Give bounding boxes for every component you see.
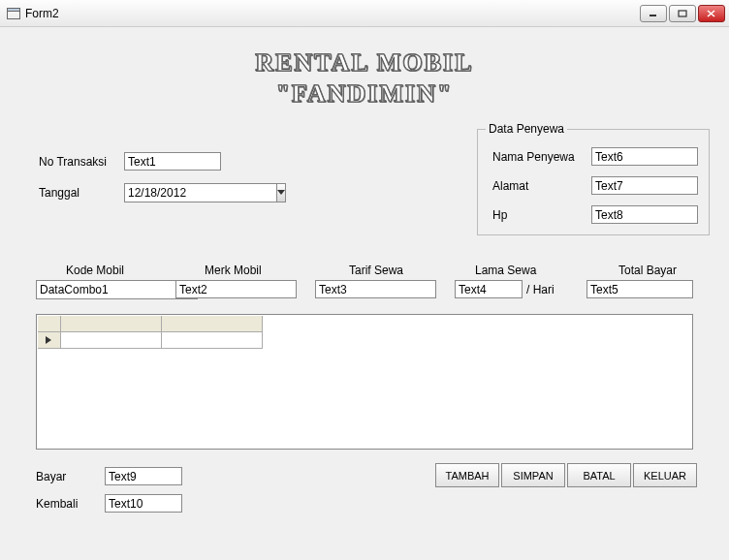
grid-cell[interactable] [162, 332, 263, 349]
tarif-sewa-field[interactable] [315, 280, 436, 298]
tanggal-datepicker[interactable] [124, 183, 221, 202]
svg-rect-1 [8, 8, 20, 11]
window-close-button[interactable] [698, 5, 725, 22]
grid-header-2[interactable] [162, 316, 263, 332]
kode-mobil-input[interactable] [36, 280, 188, 299]
alamat-field[interactable] [591, 176, 698, 195]
label-bayar: Bayar [36, 470, 66, 483]
grid-cell[interactable] [61, 332, 162, 349]
merk-mobil-field[interactable] [175, 280, 297, 298]
total-bayar-field[interactable] [586, 280, 693, 298]
label-kode-mobil: Kode Mobil [66, 264, 124, 277]
window-maximize-button[interactable] [669, 5, 696, 22]
label-no-transaksi: No Transaksi [39, 155, 107, 169]
svg-marker-8 [46, 336, 51, 344]
label-per-hari: / Hari [526, 283, 555, 296]
batal-button[interactable]: BATAL [567, 463, 631, 487]
grid-row-indicator [38, 332, 61, 349]
kode-mobil-combo[interactable] [36, 280, 157, 299]
heading-line2: "FANDIMIN" [0, 79, 729, 109]
window-titlebar: Form2 [0, 0, 729, 27]
label-nama-penyewa: Nama Penyewa [492, 150, 575, 164]
no-transaksi-field[interactable] [124, 152, 221, 171]
label-merk-mobil: Merk Mobil [205, 264, 262, 277]
tanggal-dropdown-button[interactable] [276, 183, 286, 202]
label-tarif-sewa: Tarif Sewa [349, 264, 403, 277]
form-body: RENTAL MOBIL "FANDIMIN" No Transaksi Tan… [0, 27, 729, 560]
grid-header-1[interactable] [61, 316, 162, 332]
label-tanggal: Tanggal [39, 186, 79, 200]
label-kembali: Kembali [36, 497, 78, 511]
window-minimize-button[interactable] [640, 5, 667, 22]
keluar-button[interactable]: KELUAR [633, 463, 697, 487]
label-lama-sewa: Lama Sewa [475, 264, 536, 277]
bayar-field[interactable] [105, 467, 182, 485]
grid-corner [38, 316, 61, 332]
simpan-button[interactable]: SIMPAN [501, 463, 565, 487]
lama-sewa-field[interactable] [455, 280, 523, 298]
label-total-bayar: Total Bayar [618, 264, 677, 277]
tambah-button[interactable]: TAMBAH [435, 463, 499, 487]
group-title-data-penyewa: Data Penyewa [486, 122, 567, 136]
hp-field[interactable] [591, 205, 698, 224]
heading-line1: RENTAL MOBIL [0, 48, 729, 78]
data-grid[interactable] [36, 314, 693, 450]
label-hp: Hp [492, 208, 507, 222]
svg-line-5 [708, 11, 714, 16]
nama-penyewa-field[interactable] [591, 147, 698, 166]
svg-line-4 [708, 11, 714, 16]
tanggal-input[interactable] [124, 183, 276, 202]
window-title: Form2 [25, 7, 640, 20]
form-icon [6, 6, 21, 21]
kembali-field[interactable] [105, 494, 182, 513]
label-alamat: Alamat [492, 179, 528, 193]
svg-marker-6 [277, 190, 285, 195]
svg-rect-3 [679, 11, 686, 16]
